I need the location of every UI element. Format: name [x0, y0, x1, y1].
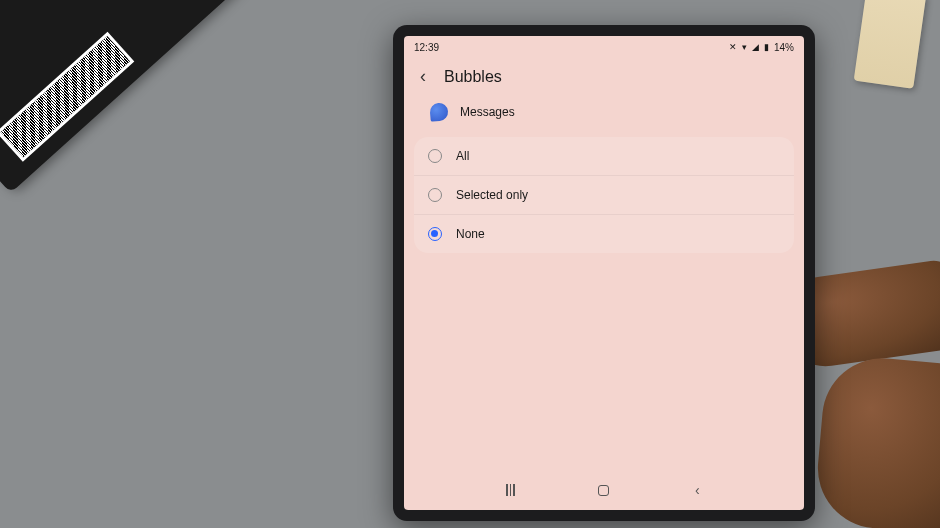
- battery-percentage: 14%: [774, 42, 794, 53]
- hand: [813, 353, 940, 528]
- wooden-prop: [854, 0, 927, 89]
- back-button[interactable]: ‹: [416, 64, 430, 89]
- status-time: 12:39: [414, 42, 439, 53]
- radio-checked-icon: [428, 227, 442, 241]
- option-label: All: [456, 149, 469, 163]
- app-name-label: Messages: [460, 105, 515, 119]
- signal-icon: ◢: [752, 42, 759, 52]
- option-label: None: [456, 227, 485, 241]
- radio-icon: [428, 188, 442, 202]
- status-bar: 12:39 ✕ ▾ ◢ ▮ 14%: [404, 36, 804, 58]
- recents-button[interactable]: [496, 484, 526, 496]
- tablet-device: 12:39 ✕ ▾ ◢ ▮ 14% ‹ Bubbles Messages All: [393, 25, 815, 521]
- option-selected-only[interactable]: Selected only: [414, 176, 794, 215]
- messages-app-icon: [429, 102, 449, 122]
- app-row: Messages: [404, 99, 804, 133]
- home-button[interactable]: [589, 485, 619, 496]
- product-box: Galaxy Z Fold6: [0, 0, 263, 193]
- option-none[interactable]: None: [414, 215, 794, 253]
- option-label: Selected only: [456, 188, 528, 202]
- nav-back-button[interactable]: ‹: [682, 482, 712, 498]
- vibrate-icon: ✕: [729, 42, 737, 52]
- radio-group: All Selected only None: [414, 137, 794, 253]
- option-all[interactable]: All: [414, 137, 794, 176]
- page-header: ‹ Bubbles: [404, 58, 804, 99]
- screen: 12:39 ✕ ▾ ◢ ▮ 14% ‹ Bubbles Messages All: [404, 36, 804, 510]
- navigation-bar: ‹: [404, 474, 804, 506]
- barcode: [0, 32, 134, 162]
- battery-icon: ▮: [764, 42, 769, 52]
- wifi-icon: ▾: [742, 42, 747, 52]
- status-icons: ✕ ▾ ◢ ▮ 14%: [729, 42, 794, 53]
- radio-icon: [428, 149, 442, 163]
- page-title: Bubbles: [444, 68, 502, 86]
